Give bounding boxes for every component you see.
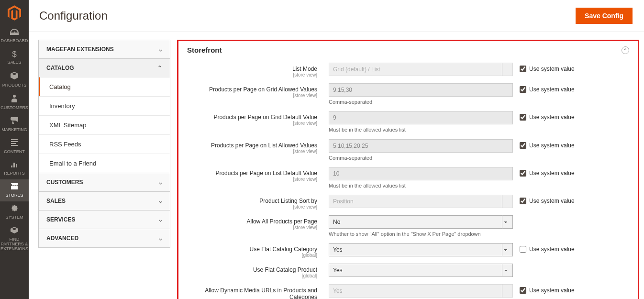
chevron-down-icon: ⌵: [159, 179, 162, 186]
field-flat-product: Use Flat Catalog Product[global] Yes Use…: [178, 261, 638, 281]
tab-catalog[interactable]: CATALOG⌃: [39, 59, 170, 77]
dashboard-icon: [10, 28, 19, 37]
tab-catalog-inventory[interactable]: Inventory: [39, 96, 170, 115]
nav-reports[interactable]: REPORTS: [0, 157, 29, 179]
system-icon: [11, 205, 18, 214]
chevron-down-icon: ⌵: [159, 46, 162, 53]
list-default-input: [329, 167, 513, 180]
dynamic-media-select: Yes: [329, 284, 513, 298]
panel-title: Storefront: [187, 46, 222, 54]
nav-partners[interactable]: FIND PARTNERS & EXTENSIONS: [0, 223, 29, 255]
flat-category-system-checkbox[interactable]: Use system value: [520, 243, 575, 253]
customers-icon: [11, 95, 17, 105]
chevron-down-icon: ⌵: [159, 198, 162, 204]
chevron-down-icon: ⌵: [159, 216, 162, 223]
nav-dashboard[interactable]: DASHBOARD: [0, 25, 29, 47]
nav-products[interactable]: PRODUCTS: [0, 68, 29, 91]
tab-services[interactable]: SERVICES⌵: [39, 210, 170, 229]
tab-catalog-catalog[interactable]: Catalog: [39, 77, 170, 96]
nav-customers[interactable]: CUSTOMERS: [0, 91, 29, 114]
field-dynamic-media: Allow Dynamic Media URLs in Products and…: [178, 281, 638, 299]
nav-system[interactable]: SYSTEM: [0, 201, 29, 224]
sort-by-system-checkbox[interactable]: Use system value: [520, 195, 575, 204]
grid-default-input: [329, 111, 513, 124]
content-icon: [11, 139, 18, 148]
storefront-panel: Storefront ⌃ List Mode[store view] Grid …: [178, 41, 638, 299]
tab-sales[interactable]: SALES⌵: [39, 192, 170, 210]
tab-catalog-email-friend[interactable]: Email to a Friend: [39, 154, 170, 173]
list-mode-select: Grid (default) / List: [329, 63, 513, 76]
allow-all-select[interactable]: No: [329, 215, 513, 229]
field-list-mode: List Mode[store view] Grid (default) / L…: [178, 60, 638, 80]
admin-nav: DASHBOARD $SALES PRODUCTS CUSTOMERS MARK…: [0, 0, 29, 299]
field-sort-by: Product Listing Sort by[store view] Posi…: [178, 192, 638, 212]
dynamic-media-system-checkbox[interactable]: Use system value: [520, 284, 575, 294]
save-config-button[interactable]: Save Config: [576, 8, 633, 24]
list-allowed-system-checkbox[interactable]: Use system value: [520, 139, 575, 149]
nav-sales[interactable]: $SALES: [0, 47, 29, 69]
grid-default-system-checkbox[interactable]: Use system value: [520, 111, 575, 121]
field-list-default: Products per Page on List Default Value[…: [178, 164, 638, 192]
list-allowed-input: [329, 139, 513, 153]
page-header: Configuration Save Config: [29, 0, 644, 32]
config-tabs: MAGEFAN EXTENSIONS⌵ CATALOG⌃ Catalog Inv…: [29, 32, 177, 299]
field-flat-category: Use Flat Catalog Category[global] Yes Us…: [178, 240, 638, 261]
tab-customers[interactable]: CUSTOMERS⌵: [39, 173, 170, 191]
sales-icon: $: [12, 50, 16, 59]
sort-by-select: Position: [329, 195, 513, 208]
flat-product-select[interactable]: Yes: [329, 264, 513, 277]
grid-allowed-system-checkbox[interactable]: Use system value: [520, 83, 575, 93]
tab-catalog-rss-feeds[interactable]: RSS Feeds: [39, 134, 170, 154]
chevron-up-icon: ⌃: [157, 65, 162, 71]
page-title: Configuration: [39, 9, 108, 22]
tab-catalog-xml-sitemap[interactable]: XML Sitemap: [39, 115, 170, 134]
nav-stores[interactable]: STORES: [0, 179, 29, 201]
magento-logo[interactable]: [6, 5, 22, 21]
tab-magefan-extensions[interactable]: MAGEFAN EXTENSIONS⌵: [39, 40, 170, 58]
field-grid-default: Products per Page on Grid Default Value[…: [178, 108, 638, 136]
nav-content[interactable]: CONTENT: [0, 136, 29, 158]
partners-icon: [11, 227, 18, 236]
products-icon: [11, 72, 18, 82]
grid-allowed-input: [329, 83, 513, 97]
field-grid-allowed: Products per Page on Grid Allowed Values…: [178, 80, 638, 108]
reports-icon: [11, 161, 18, 170]
stores-icon: [11, 183, 18, 192]
field-allow-all: Allow All Products per Page[store view] …: [178, 212, 638, 240]
nav-marketing[interactable]: MARKETING: [0, 114, 29, 136]
collapse-icon[interactable]: ⌃: [622, 46, 629, 54]
tab-advanced[interactable]: ADVANCED⌵: [39, 229, 170, 247]
list-default-system-checkbox[interactable]: Use system value: [520, 167, 575, 177]
flat-category-select[interactable]: Yes: [329, 243, 513, 256]
chevron-down-icon: ⌵: [159, 235, 162, 242]
list-mode-system-checkbox[interactable]: Use system value: [520, 63, 575, 72]
marketing-icon: [11, 117, 18, 126]
field-list-allowed: Products per Page on List Allowed Values…: [178, 136, 638, 164]
panel-header[interactable]: Storefront ⌃: [178, 41, 638, 60]
